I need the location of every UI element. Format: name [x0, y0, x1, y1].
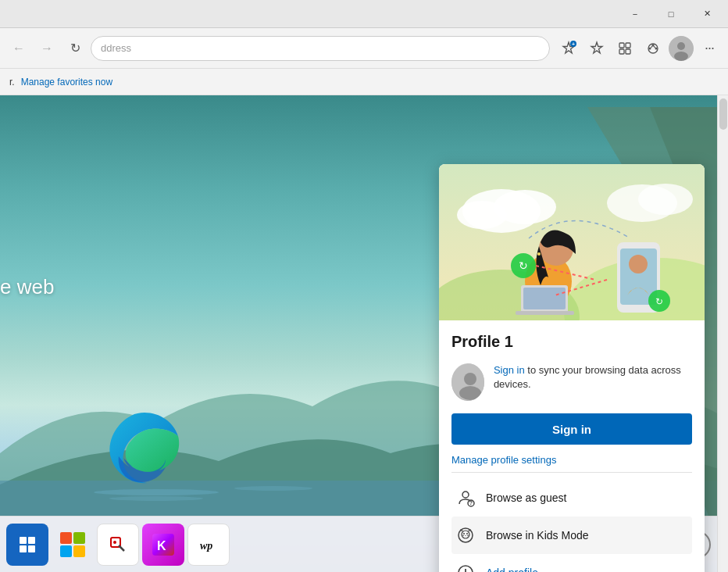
refresh-button[interactable]: ↻ — [62, 36, 87, 61]
add-profile-item[interactable]: Add profile — [451, 554, 692, 572]
svg-text:K: K — [157, 539, 166, 552]
kids-mode-item[interactable]: Browse in Kids Mode — [451, 517, 692, 554]
more-button[interactable]: ··· — [697, 36, 722, 61]
profile-info-row: Sign in to sync your browsing data acros… — [451, 363, 692, 401]
svg-text:↻: ↻ — [519, 259, 528, 272]
svg-point-13 — [677, 42, 685, 50]
svg-point-64 — [463, 533, 465, 534]
svg-rect-5 — [626, 49, 630, 54]
manage-favorites-link[interactable]: Manage favorites now — [21, 77, 112, 88]
svg-point-57 — [464, 373, 476, 385]
profile-body: Profile 1 Sign in to sync your browsing … — [439, 320, 705, 572]
svg-line-30 — [119, 545, 124, 551]
svg-rect-22 — [20, 545, 27, 552]
svg-rect-19 — [16, 534, 38, 556]
profile-sign-in-description: Sign in to sync your browsing data acros… — [494, 363, 692, 391]
profile-avatar — [451, 363, 484, 401]
svg-point-29 — [113, 541, 116, 544]
main-content: e web — [0, 95, 728, 572]
svg-point-9 — [655, 47, 658, 49]
page-web-text: e web — [0, 275, 54, 299]
fav-bar-prefix: r. — [9, 77, 15, 88]
profile-button[interactable] — [669, 36, 694, 61]
svg-rect-4 — [619, 49, 624, 54]
svg-point-48 — [537, 252, 541, 256]
svg-point-7 — [649, 47, 651, 49]
taskbar-news-button[interactable]: wp — [187, 524, 230, 566]
sign-in-button[interactable]: Sign in — [451, 413, 692, 445]
svg-rect-46 — [523, 288, 566, 309]
svg-point-65 — [466, 533, 468, 534]
svg-rect-25 — [73, 532, 85, 544]
svg-point-40 — [638, 184, 693, 215]
svg-point-63 — [462, 531, 469, 538]
svg-text:↻: ↻ — [655, 296, 663, 307]
maximize-button[interactable]: □ — [653, 0, 689, 28]
svg-point-18 — [234, 486, 312, 491]
profile-panel: ↻ ↻ Profile 1 — [439, 164, 705, 572]
svg-rect-21 — [28, 537, 35, 544]
taskbar-app-button[interactable]: K — [142, 524, 184, 566]
svg-rect-20 — [20, 537, 27, 544]
svg-rect-26 — [60, 545, 72, 557]
add-profile-icon — [455, 562, 476, 572]
add-profile-label: Add profile — [486, 567, 538, 572]
minimize-button[interactable]: − — [617, 0, 653, 28]
svg-point-59 — [462, 492, 469, 498]
divider-1 — [451, 472, 692, 473]
title-bar: − □ ✕ — [0, 0, 728, 28]
scrollbar-thumb[interactable] — [719, 98, 727, 130]
svg-point-58 — [459, 386, 481, 400]
svg-line-10 — [651, 46, 652, 48]
close-button[interactable]: ✕ — [689, 0, 725, 28]
svg-rect-3 — [626, 43, 630, 48]
svg-line-66 — [462, 535, 464, 536]
guest-label: Browse as guest — [486, 492, 567, 504]
taskbar-store-button[interactable] — [6, 524, 48, 566]
taskbar-search-button[interactable] — [97, 524, 139, 566]
kids-label: Browse in Kids Mode — [486, 529, 589, 542]
svg-rect-23 — [28, 545, 35, 552]
favorites-icon[interactable] — [584, 36, 609, 61]
svg-text:?: ? — [469, 500, 473, 506]
svg-point-38 — [457, 201, 507, 229]
svg-line-67 — [467, 535, 469, 536]
profile-illustration: ↻ ↻ — [439, 164, 705, 320]
kids-icon — [455, 524, 476, 546]
guest-icon: ? — [455, 487, 476, 509]
forward-button[interactable]: → — [34, 36, 59, 61]
taskbar-tile-button[interactable] — [52, 524, 94, 566]
svg-point-14 — [674, 52, 688, 61]
svg-rect-24 — [60, 532, 72, 544]
manage-profile-link[interactable]: Manage profile settings — [451, 454, 692, 466]
address-bar[interactable]: ddress — [91, 36, 550, 61]
svg-text:wp: wp — [200, 540, 212, 552]
svg-point-51 — [629, 255, 648, 273]
scrollbar[interactable] — [717, 95, 728, 572]
svg-line-11 — [654, 46, 655, 48]
add-favorite-icon[interactable]: + — [556, 36, 581, 61]
favorites-bar: r. Manage favorites now — [0, 69, 728, 95]
collections-icon[interactable] — [612, 36, 637, 61]
profile-name: Profile 1 — [451, 333, 692, 351]
svg-rect-2 — [619, 43, 624, 48]
svg-rect-27 — [73, 545, 85, 557]
svg-text:+: + — [572, 41, 575, 46]
sign-in-link[interactable]: Sign in — [494, 364, 525, 376]
address-text: ddress — [101, 42, 131, 54]
browse-as-guest-item[interactable]: ? Browse as guest — [451, 479, 692, 517]
browser-toolbar: ← → ↻ ddress + — [0, 28, 728, 69]
svg-rect-47 — [516, 311, 574, 315]
svg-point-17 — [109, 496, 203, 501]
back-button[interactable]: ← — [6, 36, 31, 61]
share-icon[interactable] — [641, 36, 666, 61]
edge-logo — [102, 405, 187, 494]
